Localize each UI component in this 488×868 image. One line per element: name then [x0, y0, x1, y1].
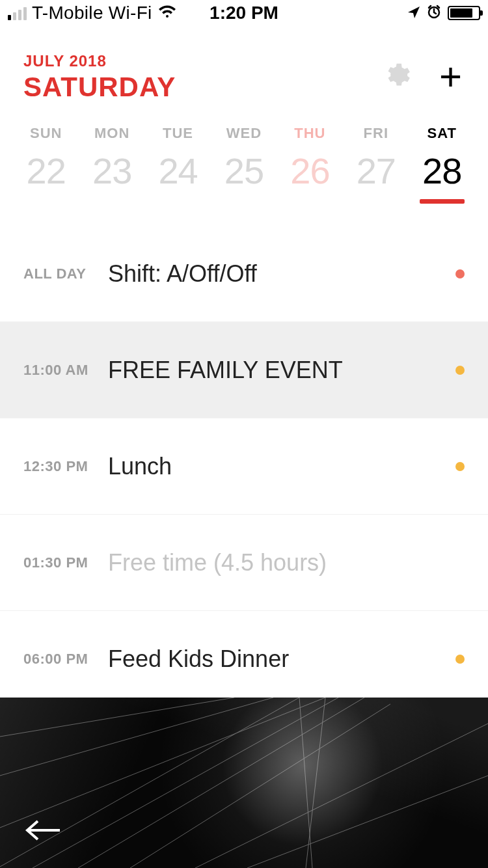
add-event-button[interactable]: +: [439, 64, 462, 90]
header: JULY 2018 SATURDAY +: [0, 26, 488, 109]
event-title-label: Feed Kids Dinner: [108, 645, 455, 673]
month-year-label[interactable]: JULY 2018: [23, 52, 176, 70]
day-number-label: 23: [79, 150, 144, 192]
battery-icon: [448, 6, 480, 20]
day-of-week-label: MON: [79, 125, 144, 142]
svg-line-4: [78, 698, 364, 868]
settings-button[interactable]: [382, 61, 411, 92]
day-name-label: SATURDAY: [23, 72, 176, 103]
day-column[interactable]: THU26: [277, 125, 343, 208]
svg-line-3: [33, 698, 338, 868]
day-number-label: 28: [409, 150, 475, 192]
status-time: 1:20 PM: [210, 3, 278, 23]
location-icon: [407, 3, 420, 23]
day-column[interactable]: SUN22: [13, 125, 79, 208]
event-row[interactable]: 01:30 PMFree time (4.5 hours): [0, 515, 488, 611]
day-column[interactable]: FRI27: [343, 125, 409, 208]
event-time-label: 01:30 PM: [23, 554, 108, 571]
svg-line-11: [306, 698, 325, 868]
day-of-week-label: FRI: [343, 125, 409, 142]
day-of-week-label: TUE: [145, 125, 211, 142]
svg-line-8: [0, 698, 273, 776]
signal-icon: [8, 6, 27, 20]
svg-line-10: [299, 698, 312, 868]
gear-icon: [382, 61, 411, 90]
day-number-label: 27: [343, 150, 409, 192]
svg-line-2: [0, 698, 325, 828]
status-bar: T-Mobile Wi-Fi 1:20 PM: [0, 0, 488, 26]
wifi-icon: [157, 3, 177, 23]
event-title-label: Free time (4.5 hours): [108, 549, 465, 576]
day-of-week-label: WED: [211, 125, 277, 142]
banner-texture: [0, 698, 488, 868]
day-of-week-label: THU: [277, 125, 343, 142]
event-title-label: Shift: A/Off/Off: [108, 260, 455, 288]
day-column[interactable]: TUE24: [145, 125, 211, 208]
svg-line-7: [247, 776, 488, 868]
day-number-label: 22: [13, 150, 79, 192]
carrier-label: T-Mobile Wi-Fi: [32, 3, 152, 23]
event-time-label: ALL DAY: [23, 265, 108, 282]
event-row[interactable]: 12:30 PMLunch: [0, 418, 488, 515]
event-color-dot: [455, 655, 465, 664]
event-row[interactable]: 11:00 AMFREE FAMILY EVENT: [0, 322, 488, 418]
event-time-label: 11:00 AM: [23, 362, 108, 379]
back-button[interactable]: [23, 817, 62, 846]
day-column[interactable]: WED25: [211, 125, 277, 208]
svg-line-5: [130, 704, 390, 868]
week-strip: SUN22MON23TUE24WED25THU26FRI27SAT28: [0, 109, 488, 208]
event-title-label: FREE FAMILY EVENT: [108, 357, 455, 384]
day-number-label: 26: [277, 150, 343, 192]
svg-line-6: [195, 724, 488, 868]
event-time-label: 06:00 PM: [23, 651, 108, 668]
event-color-dot: [455, 269, 465, 278]
day-number-label: 25: [211, 150, 277, 192]
day-of-week-label: SAT: [409, 125, 475, 142]
event-title-label: Lunch: [108, 453, 455, 480]
event-time-label: 12:30 PM: [23, 458, 108, 475]
day-column[interactable]: MON23: [79, 125, 144, 208]
event-color-dot: [455, 462, 465, 471]
event-color-dot: [455, 366, 465, 375]
event-row[interactable]: ALL DAYShift: A/Off/Off: [0, 226, 488, 322]
event-list[interactable]: ALL DAYShift: A/Off/Off11:00 AMFREE FAMI…: [0, 226, 488, 707]
day-number-label: 24: [145, 150, 211, 192]
back-arrow-icon: [23, 817, 62, 843]
bottom-banner[interactable]: [0, 698, 488, 868]
day-column[interactable]: SAT28: [409, 125, 475, 208]
alarm-icon: [427, 3, 441, 23]
day-of-week-label: SUN: [13, 125, 79, 142]
svg-line-9: [0, 698, 234, 737]
event-row[interactable]: 06:00 PMFeed Kids Dinner: [0, 611, 488, 707]
